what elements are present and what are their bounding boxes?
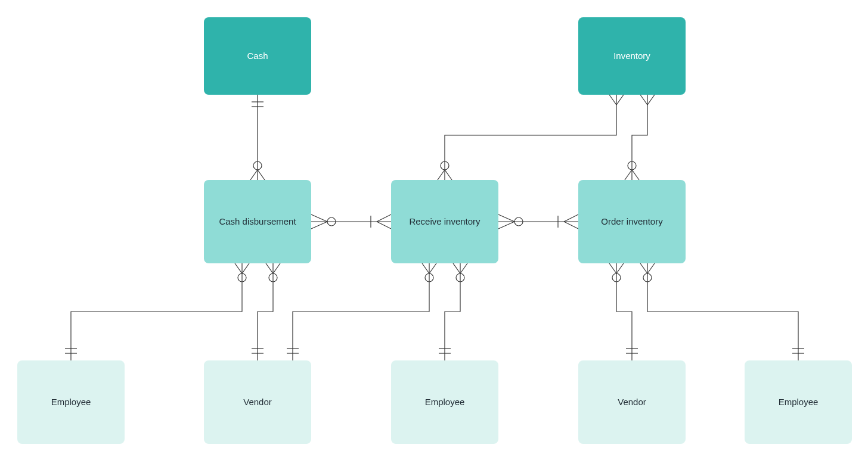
svg-line-15 — [632, 170, 639, 180]
svg-line-19 — [311, 222, 327, 229]
svg-line-46 — [453, 263, 460, 273]
entity-order_inv[interactable]: Order inventory — [578, 180, 686, 263]
svg-line-21 — [377, 214, 391, 222]
entity-vendor1[interactable]: Vendor — [204, 360, 311, 444]
svg-line-7 — [616, 95, 624, 105]
svg-point-30 — [238, 273, 246, 282]
svg-line-42 — [429, 263, 436, 273]
entity-cash[interactable]: Cash — [204, 17, 311, 95]
svg-line-28 — [564, 214, 578, 222]
svg-line-5 — [258, 170, 265, 180]
svg-line-9 — [438, 170, 445, 180]
entity-emp2[interactable]: Employee — [391, 360, 498, 444]
svg-line-10 — [445, 170, 452, 180]
svg-line-4 — [250, 170, 258, 180]
svg-line-57 — [647, 263, 655, 273]
svg-point-13 — [628, 161, 636, 170]
entity-emp3[interactable]: Employee — [745, 360, 852, 444]
svg-line-41 — [422, 263, 429, 273]
svg-point-24 — [514, 217, 523, 226]
svg-line-29 — [564, 222, 578, 229]
svg-line-6 — [609, 95, 616, 105]
entity-label: Receive inventory — [409, 216, 480, 228]
svg-line-56 — [640, 263, 647, 273]
entity-label: Inventory — [613, 50, 650, 62]
svg-point-35 — [269, 273, 277, 282]
svg-point-17 — [327, 217, 336, 226]
entity-vendor2[interactable]: Vendor — [578, 360, 686, 444]
svg-point-50 — [612, 273, 621, 282]
entity-recv_inv[interactable]: Receive inventory — [391, 180, 498, 263]
svg-line-22 — [377, 222, 391, 229]
entity-label: Employee — [51, 396, 91, 408]
entity-label: Employee — [425, 396, 465, 408]
svg-line-26 — [498, 222, 514, 229]
entity-label: Order inventory — [601, 216, 662, 228]
entity-label: Cash — [247, 50, 268, 62]
entity-label: Employee — [779, 396, 819, 408]
entity-label: Vendor — [618, 396, 646, 408]
svg-point-40 — [425, 273, 433, 282]
svg-line-37 — [273, 263, 280, 273]
entity-label: Cash disbursement — [219, 216, 296, 228]
svg-line-51 — [609, 263, 616, 273]
svg-point-8 — [441, 161, 449, 170]
svg-line-31 — [235, 263, 242, 273]
svg-line-11 — [640, 95, 647, 105]
entity-inventory[interactable]: Inventory — [578, 17, 686, 95]
svg-line-25 — [498, 214, 514, 222]
entity-cash_disb[interactable]: Cash disbursement — [204, 180, 311, 263]
svg-line-14 — [625, 170, 632, 180]
svg-line-32 — [242, 263, 249, 273]
svg-line-12 — [647, 95, 655, 105]
entity-emp1[interactable]: Employee — [17, 360, 125, 444]
svg-point-45 — [456, 273, 464, 282]
svg-point-3 — [253, 161, 262, 170]
svg-line-18 — [311, 214, 327, 222]
svg-point-55 — [643, 273, 652, 282]
entity-label: Vendor — [243, 396, 272, 408]
svg-line-52 — [616, 263, 624, 273]
svg-line-36 — [266, 263, 273, 273]
svg-line-47 — [460, 263, 467, 273]
